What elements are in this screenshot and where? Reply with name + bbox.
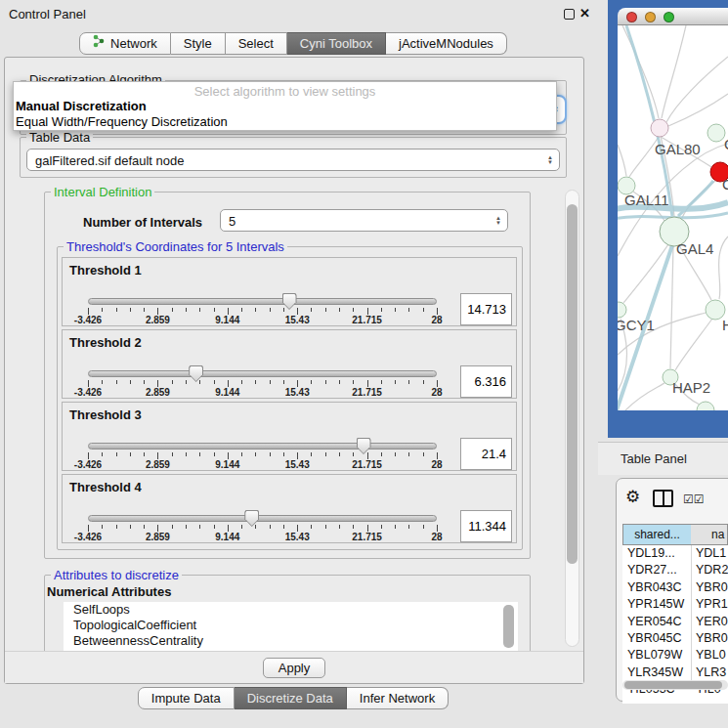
- slider-tick-labels: -3.4262.8599.14415.4321.71528: [88, 459, 437, 470]
- table-row[interactable]: YBR043CYBR0: [622, 579, 728, 597]
- table-row[interactable]: YBL079WYBL0: [622, 647, 728, 664]
- network-node[interactable]: [618, 302, 626, 318]
- network-canvas[interactable]: GAL80GCGAL11GAL4GCY1HHAP2: [618, 25, 728, 410]
- combo-stepper-icon: ▲▼: [495, 216, 501, 226]
- tab-label: Cyni Toolbox: [300, 33, 372, 54]
- tab-cyni-toolbox[interactable]: Cyni Toolbox: [287, 32, 386, 55]
- num-intervals-combobox[interactable]: 5 ▲▼: [220, 209, 508, 232]
- cell-shared-name: YBR043C: [627, 580, 682, 594]
- cell-shared-name: YDR27...: [627, 563, 677, 577]
- tab-impute-data[interactable]: Impute Data: [138, 687, 235, 709]
- dropdown-option-manual[interactable]: Manual Discretization: [14, 99, 556, 114]
- attribute-item[interactable]: SelfLoops: [64, 602, 518, 618]
- tab-label: Infer Network: [360, 688, 435, 708]
- tab-label: Discretize Data: [247, 688, 333, 708]
- float-panel-icon[interactable]: [564, 9, 575, 20]
- network-edges: GAL80GCGAL11GAL4GCY1HHAP2: [618, 25, 728, 410]
- cell-name: YLR3: [696, 665, 726, 679]
- slider-tick-labels: -3.4262.8599.14415.4321.71528: [88, 387, 437, 398]
- table-row[interactable]: YDR27...YDR2: [622, 562, 728, 579]
- mac-close-icon[interactable]: [626, 12, 637, 22]
- cell-name: YBR0: [696, 631, 728, 645]
- dropdown-option-equal-width[interactable]: Equal Width/Frequency Discretization: [14, 114, 556, 130]
- threshold-label: Threshold 3: [69, 407, 142, 422]
- threshold-panel-4: Threshold 4-3.4262.8599.14415.4321.71528…: [62, 474, 517, 543]
- algorithm-dropdown-popup: Select algorithm to view settings Manual…: [13, 81, 557, 131]
- network-node[interactable]: [651, 119, 668, 137]
- tab-jactivemnodules[interactable]: jActiveMNodules: [386, 32, 507, 55]
- close-icon[interactable]: ✕: [579, 6, 590, 21]
- checkbox-icons[interactable]: ☑☑: [683, 492, 705, 506]
- slider-track[interactable]: [88, 443, 437, 450]
- column-header-shared-name[interactable]: shared...: [622, 524, 692, 545]
- attribute-item[interactable]: BetweennessCentrality: [64, 633, 518, 649]
- network-icon: [93, 33, 106, 54]
- cell-shared-name: YDL19...: [627, 546, 675, 560]
- table-data-group-title: Table Data: [26, 130, 93, 145]
- table-row[interactable]: YPR145WYPR1: [622, 596, 728, 614]
- mac-zoom-icon[interactable]: [664, 12, 674, 22]
- table-panel-title: Table Panel: [621, 451, 687, 466]
- slider-tick-labels: -3.4262.8599.14415.4321.71528: [88, 532, 437, 542]
- column-divider: [691, 545, 692, 682]
- node-label: GAL80: [655, 141, 701, 157]
- tab-select[interactable]: Select: [226, 32, 287, 55]
- table-hscrollbar[interactable]: [622, 680, 728, 690]
- threshold-value-field[interactable]: 11.344: [460, 510, 512, 542]
- node-label: C: [722, 176, 728, 193]
- column-header-name[interactable]: na: [691, 524, 728, 545]
- attributes-scrollbar[interactable]: [503, 605, 514, 648]
- threshold-label: Threshold 4: [69, 480, 142, 494]
- tab-label: jActiveMNodules: [399, 33, 493, 54]
- control-panel-titlebar: Control Panel ✕: [0, 0, 598, 27]
- cell-shared-name: YBR045C: [627, 631, 682, 645]
- slider-track[interactable]: [88, 515, 437, 522]
- mac-minimize-icon[interactable]: [645, 12, 656, 22]
- threshold-panel-3: Threshold 3-3.4262.8599.14415.4321.71528…: [62, 402, 517, 471]
- table-data-value: galFiltered.sif default node: [35, 152, 184, 167]
- gear-icon[interactable]: ⚙: [625, 487, 640, 507]
- apply-button[interactable]: Apply: [263, 658, 325, 678]
- slider-track[interactable]: [88, 370, 437, 377]
- table-panel-header: Table Panel: [598, 442, 728, 475]
- network-node[interactable]: [697, 402, 714, 410]
- numerical-attributes-label: Numerical Attributes: [47, 584, 171, 599]
- numerical-attributes-list[interactable]: SelfLoopsTopologicalCoefficientBetweenne…: [64, 602, 518, 651]
- slider-track[interactable]: [88, 298, 437, 305]
- tab-label: Network: [110, 33, 157, 54]
- table-hscrollbar-thumb[interactable]: [624, 681, 722, 689]
- tab-label: Impute Data: [151, 688, 221, 708]
- cell-shared-name: YLR345W: [627, 665, 683, 679]
- cell-name: YER0: [696, 615, 728, 628]
- attribute-item[interactable]: TopologicalCoefficient: [64, 618, 518, 633]
- settings-scrollbar-thumb[interactable]: [567, 204, 578, 564]
- tab-infer-network[interactable]: Infer Network: [347, 687, 449, 709]
- tab-network[interactable]: Network: [79, 32, 171, 55]
- slider-tick-labels: -3.4262.8599.14415.4321.71528: [88, 315, 437, 325]
- tab-discretize-data[interactable]: Discretize Data: [235, 687, 347, 709]
- threshold-value-field[interactable]: 6.316: [460, 365, 512, 398]
- network-node[interactable]: [707, 124, 725, 142]
- split-columns-icon[interactable]: [653, 490, 673, 507]
- dropdown-prompt: Select algorithm to view settings: [14, 82, 556, 99]
- threshold-value-field[interactable]: 14.713: [460, 293, 512, 325]
- table-data-combobox[interactable]: galFiltered.sif default node ▲▼: [26, 149, 560, 171]
- threshold-label: Threshold 2: [69, 335, 142, 350]
- node-label: H: [722, 317, 728, 333]
- threshold-value-field[interactable]: 21.4: [460, 438, 512, 470]
- table-row[interactable]: YDL19...YDL1: [622, 545, 728, 563]
- threshold-panel-1: Threshold 1-3.4262.8599.14415.4321.71528…: [62, 257, 517, 326]
- combo-stepper-icon: ▲▼: [547, 155, 553, 165]
- threshold-panel-2: Threshold 2-3.4262.8599.14415.4321.71528…: [62, 329, 517, 399]
- node-label: GCY1: [618, 317, 655, 333]
- node-label: GAL11: [624, 192, 669, 208]
- settings-scrollbar[interactable]: [565, 190, 579, 647]
- network-window-titlebar[interactable]: [618, 8, 728, 25]
- interval-definition-title: Interval Definition: [51, 185, 154, 199]
- tab-style[interactable]: Style: [171, 32, 226, 55]
- node-label: HAP2: [672, 379, 710, 396]
- top-tab-bar: NetworkStyleSelectCyni ToolboxjActiveMNo…: [0, 32, 586, 55]
- table-row[interactable]: YBR045CYBR0: [622, 630, 728, 648]
- table-row[interactable]: YER054CYER0: [622, 614, 728, 631]
- threshold-label: Threshold 1: [69, 263, 142, 278]
